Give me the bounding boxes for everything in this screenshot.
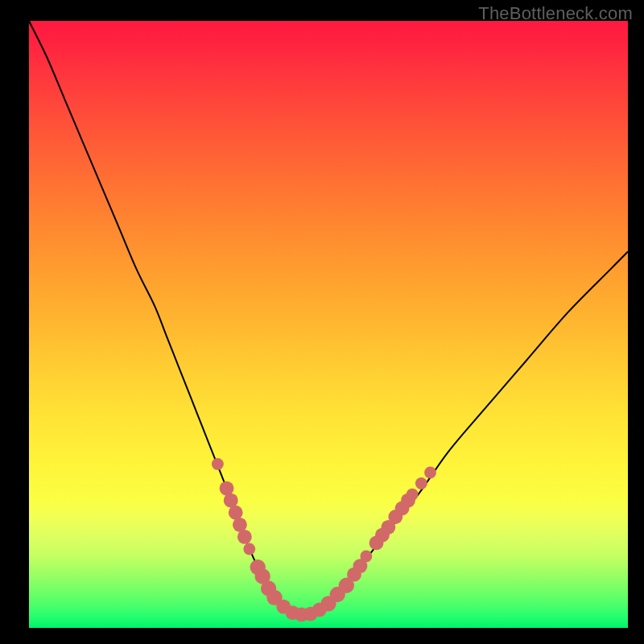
data-marker xyxy=(212,458,224,470)
plot-area xyxy=(29,21,628,628)
outer-frame: TheBottleneck.com xyxy=(0,0,644,644)
chart-svg xyxy=(29,21,628,628)
data-marker xyxy=(360,551,372,563)
bottleneck-curve xyxy=(29,21,628,616)
data-marker xyxy=(237,530,252,544)
data-marker xyxy=(407,489,419,501)
data-marker xyxy=(415,477,427,489)
watermark-text: TheBottleneck.com xyxy=(478,3,633,24)
curve-path xyxy=(29,21,628,616)
data-marker xyxy=(424,467,436,479)
marker-layer xyxy=(212,458,436,621)
data-marker xyxy=(243,543,255,555)
